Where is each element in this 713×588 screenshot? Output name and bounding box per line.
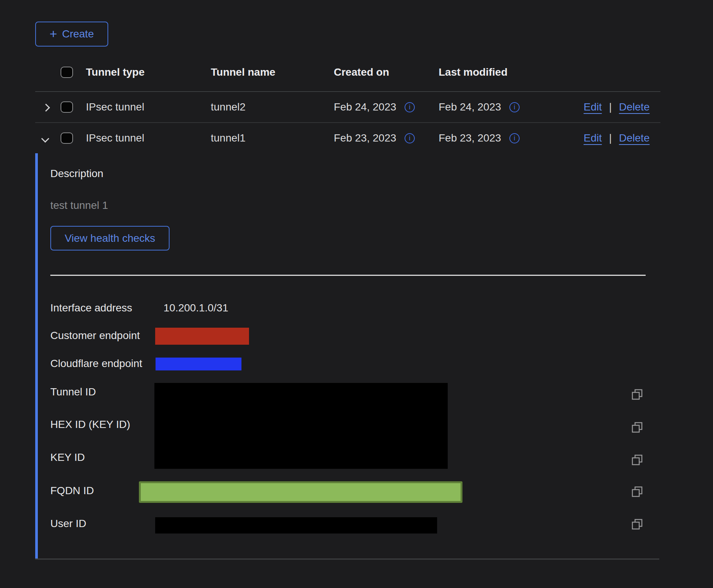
created-on-date: Feb 24, 2023	[334, 101, 396, 113]
section-divider	[50, 275, 646, 276]
copy-icon	[630, 421, 644, 434]
chevron-right-icon	[42, 104, 50, 112]
tunnel-type-cell: IPsec tunnel	[86, 101, 144, 113]
row-actions: Edit | Delete	[584, 101, 649, 113]
tunnel-hex-key-id-redaction	[154, 383, 448, 469]
edit-link[interactable]: Edit	[584, 101, 602, 113]
customer-endpoint-label: Customer endpoint	[50, 330, 140, 342]
info-icon-glyph: i	[514, 135, 515, 142]
copy-key-id-button[interactable]	[630, 453, 644, 467]
create-button-label: Create	[62, 28, 94, 40]
copy-fqdn-id-button[interactable]	[630, 485, 644, 499]
key-id-label: KEY ID	[50, 451, 85, 464]
action-separator: |	[609, 132, 612, 144]
page: { "create_button": { "plus_icon": "+", "…	[0, 0, 713, 588]
user-id-redaction	[155, 517, 437, 534]
tunnel-name-cell: tunnel1	[211, 132, 246, 144]
column-header-tunnel-type: Tunnel type	[86, 66, 145, 78]
customer-endpoint-redaction	[155, 328, 249, 345]
plus-icon: +	[50, 27, 57, 40]
edit-link[interactable]: Edit	[584, 132, 602, 144]
tunnels-table: Tunnel type Tunnel name Created on Last …	[35, 53, 660, 153]
copy-icon	[630, 518, 644, 531]
cloudflare-endpoint-redaction	[156, 358, 241, 370]
select-all-checkbox[interactable]	[61, 67, 73, 78]
description-text: test tunnel 1	[50, 199, 108, 212]
copy-tunnel-id-button[interactable]	[630, 388, 644, 401]
hex-id-label: HEX ID (KEY ID)	[50, 418, 130, 431]
row-checkbox[interactable]	[61, 132, 73, 144]
info-icon[interactable]: i	[509, 102, 520, 112]
user-id-label: User ID	[50, 518, 86, 530]
row-actions: Edit | Delete	[584, 132, 649, 144]
action-separator: |	[609, 101, 612, 113]
interface-address-value: 10.200.1.0/31	[163, 302, 228, 314]
info-icon[interactable]: i	[509, 133, 520, 143]
table-row-tunnel2: IPsec tunnel tunnel2 Feb 24, 2023 i Feb …	[35, 92, 660, 123]
copy-icon	[630, 485, 644, 499]
created-on-date: Feb 23, 2023	[334, 132, 396, 144]
fqdn-id-redaction	[139, 481, 462, 503]
copy-icon	[630, 453, 644, 467]
info-icon[interactable]: i	[405, 133, 415, 143]
tunnel-type-cell: IPsec tunnel	[86, 132, 144, 144]
table-row-tunnel1: IPsec tunnel tunnel1 Feb 23, 2023 i Feb …	[35, 123, 660, 153]
copy-icon	[630, 388, 644, 401]
tunnel-name-cell: tunnel2	[211, 101, 246, 113]
panel-bottom-divider	[35, 558, 659, 560]
column-header-created-on: Created on	[334, 66, 389, 78]
chevron-down-icon	[41, 135, 49, 143]
created-on-cell: Feb 23, 2023 i	[334, 132, 415, 144]
view-health-checks-label: View health checks	[65, 232, 155, 244]
expand-row-button[interactable]	[38, 100, 52, 114]
fqdn-id-label: FQDN ID	[50, 485, 94, 497]
column-header-last-modified: Last modified	[439, 66, 508, 78]
row-checkbox[interactable]	[61, 101, 73, 113]
created-on-cell: Feb 24, 2023 i	[334, 101, 415, 113]
table-header-row: Tunnel type Tunnel name Created on Last …	[35, 53, 660, 92]
delete-link[interactable]: Delete	[619, 101, 650, 113]
cloudflare-endpoint-label: Cloudflare endpoint	[50, 358, 142, 370]
last-modified-date: Feb 24, 2023	[439, 101, 501, 113]
interface-address-label: Interface address	[50, 302, 132, 314]
collapse-row-button[interactable]	[38, 131, 52, 145]
copy-user-id-button[interactable]	[630, 518, 644, 531]
expanded-row-indicator-bar	[35, 153, 38, 559]
create-button[interactable]: + Create	[35, 22, 108, 47]
info-icon-glyph: i	[514, 104, 515, 110]
column-header-tunnel-name: Tunnel name	[211, 66, 276, 78]
last-modified-cell: Feb 23, 2023 i	[439, 132, 520, 144]
last-modified-date: Feb 23, 2023	[439, 132, 501, 144]
last-modified-cell: Feb 24, 2023 i	[439, 101, 520, 113]
tunnel-id-label: Tunnel ID	[50, 386, 96, 398]
info-icon-glyph: i	[409, 104, 411, 110]
info-icon[interactable]: i	[405, 102, 415, 112]
view-health-checks-button[interactable]: View health checks	[50, 226, 170, 250]
copy-hex-id-button[interactable]	[630, 421, 644, 434]
delete-link[interactable]: Delete	[619, 132, 650, 144]
info-icon-glyph: i	[409, 135, 411, 142]
description-label: Description	[50, 168, 103, 180]
